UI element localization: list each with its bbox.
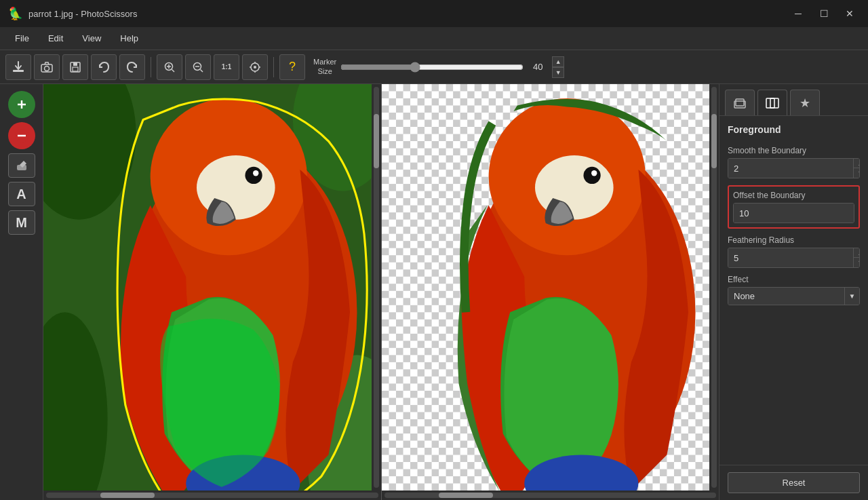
feathering-radius-down[interactable]: ▼ xyxy=(854,258,860,267)
right-parrot-image xyxy=(382,84,710,491)
feathering-radius-up[interactable]: ▲ xyxy=(854,248,860,258)
menu-file[interactable]: File xyxy=(5,31,39,46)
minimize-button[interactable]: ─ xyxy=(788,3,808,24)
svg-point-45 xyxy=(591,170,597,176)
separator-2 xyxy=(273,57,274,77)
smooth-boundary-label: Smooth the Boundary xyxy=(728,146,860,155)
svg-point-14 xyxy=(254,66,256,69)
smooth-boundary-up[interactable]: ▲ xyxy=(854,159,860,168)
offset-boundary-group: Offset the Boundary ▲ ▼ xyxy=(728,185,860,229)
canvas-area xyxy=(43,84,719,500)
panel-content: Foreground Smooth the Boundary ▲ ▼ Offse… xyxy=(719,116,868,465)
separator-1 xyxy=(151,57,151,77)
svg-line-11 xyxy=(201,69,203,72)
zoom-100-button[interactable]: 1:1 xyxy=(214,54,239,80)
add-foreground-button[interactable] xyxy=(8,91,35,118)
feathering-radius-group: Feathering Radius ▲ ▼ xyxy=(728,235,860,268)
text-tool-label: A xyxy=(16,187,26,202)
offset-boundary-input[interactable] xyxy=(734,204,854,223)
zoom-out-button[interactable] xyxy=(185,54,211,80)
left-sidebar: A M xyxy=(0,84,43,500)
left-canvas[interactable] xyxy=(43,84,382,500)
svg-rect-47 xyxy=(736,99,744,106)
left-scrollbar-v[interactable] xyxy=(372,84,381,491)
smooth-boundary-arrows: ▲ ▼ xyxy=(853,159,860,178)
menu-bar: File Edit View Help xyxy=(0,27,868,50)
smooth-boundary-down[interactable]: ▼ xyxy=(854,168,860,178)
effect-select[interactable]: None Black & White Blur Sharpen xyxy=(728,288,844,305)
svg-point-2 xyxy=(45,66,50,71)
smooth-boundary-group: Smooth the Boundary ▲ ▼ xyxy=(728,146,860,178)
marker-size-section: Marker Size 40 ▲ ▼ xyxy=(313,56,564,78)
effect-dropdown-arrow: ▼ xyxy=(844,288,859,305)
effect-group: Effect None Black & White Blur Sharpen ▼ xyxy=(728,275,860,305)
parrot-right-svg xyxy=(382,84,710,491)
smooth-boundary-control: ▲ ▼ xyxy=(728,158,860,178)
svg-point-35 xyxy=(253,170,258,176)
undo-button[interactable] xyxy=(91,54,117,80)
marker-size-up[interactable]: ▲ xyxy=(552,56,564,67)
marker-size-down[interactable]: ▼ xyxy=(552,67,564,78)
feathering-radius-arrows: ▲ ▼ xyxy=(853,248,860,267)
panel-tabs: ★ xyxy=(719,84,868,116)
remove-background-button[interactable] xyxy=(8,122,35,149)
zoom-fit-button[interactable] xyxy=(242,54,268,80)
app-icon: 🦜 xyxy=(8,6,23,21)
camera-button[interactable] xyxy=(34,54,60,80)
menu-edit[interactable]: Edit xyxy=(39,31,73,46)
reset-button[interactable]: Reset xyxy=(728,472,860,493)
help-button[interactable]: ? xyxy=(279,54,305,80)
save-button[interactable] xyxy=(62,54,88,80)
redo-button[interactable] xyxy=(119,54,145,80)
eraser-button[interactable] xyxy=(8,153,35,178)
import-button[interactable] xyxy=(5,54,31,80)
reset-section: Reset xyxy=(719,465,868,500)
text-tool-button[interactable]: A xyxy=(8,182,35,206)
zoom-in-button[interactable] xyxy=(157,54,182,80)
magic-tool-button[interactable]: M xyxy=(8,210,35,235)
menu-view[interactable]: View xyxy=(73,31,111,46)
title-text: parrot 1.jpg - PhotoScissors xyxy=(28,9,783,19)
left-scrollbar-h[interactable] xyxy=(43,491,381,500)
feathering-radius-control: ▲ ▼ xyxy=(728,248,860,268)
tab-properties[interactable] xyxy=(757,90,787,115)
left-parrot-image xyxy=(43,84,372,491)
marker-size-value: 40 xyxy=(528,62,548,72)
section-title: Foreground xyxy=(728,124,860,135)
menu-help[interactable]: Help xyxy=(111,31,148,46)
right-scrollbar-v[interactable] xyxy=(709,84,719,491)
toolbar: 1:1 ? Marker Size 40 ▲ ▼ xyxy=(0,50,868,84)
parrot-left-svg xyxy=(43,84,372,491)
svg-point-34 xyxy=(245,167,262,184)
maximize-button[interactable]: ☐ xyxy=(814,3,834,24)
main-content: A M xyxy=(0,84,868,500)
right-scrollbar-h[interactable] xyxy=(382,491,719,500)
svg-point-44 xyxy=(583,167,600,184)
svg-rect-5 xyxy=(73,67,78,71)
svg-rect-4 xyxy=(73,62,77,66)
title-bar: 🦜 parrot 1.jpg - PhotoScissors ─ ☐ ✕ xyxy=(0,0,868,27)
feathering-radius-label: Feathering Radius xyxy=(728,235,860,245)
marker-size-label: Marker Size xyxy=(313,58,336,75)
tab-layers[interactable] xyxy=(725,90,755,115)
effect-label: Effect xyxy=(728,275,860,284)
marker-size-slider[interactable] xyxy=(340,62,524,73)
right-panel: ★ Foreground Smooth the Boundary ▲ ▼ Off… xyxy=(719,84,868,500)
effect-control: None Black & White Blur Sharpen ▼ xyxy=(728,287,860,305)
close-button[interactable]: ✕ xyxy=(840,3,860,24)
magic-tool-label: M xyxy=(16,215,27,231)
right-canvas[interactable] xyxy=(382,84,719,500)
smooth-boundary-input[interactable] xyxy=(728,159,853,178)
offset-boundary-label: Offset the Boundary xyxy=(733,191,854,200)
offset-boundary-control: ▲ ▼ xyxy=(733,203,854,223)
feathering-radius-input[interactable] xyxy=(728,248,853,267)
svg-line-7 xyxy=(172,69,175,72)
tab-effects[interactable]: ★ xyxy=(790,90,820,115)
